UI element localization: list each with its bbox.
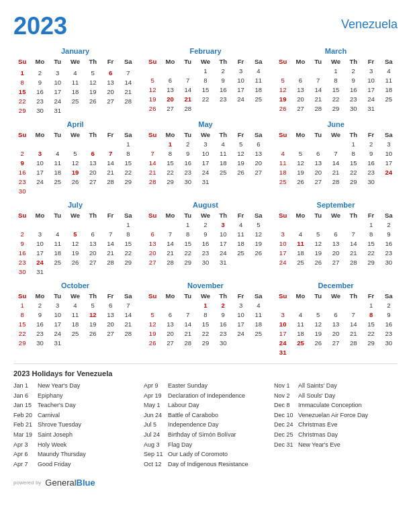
calendar-day: 11 — [66, 310, 84, 319]
calendar-day — [291, 66, 309, 75]
calendar-day: 18 — [49, 167, 66, 177]
calendar-day: 9 — [214, 310, 232, 319]
calendar-day: 17 — [31, 248, 48, 257]
calendar-day: 25 — [250, 328, 267, 338]
calendar-day — [120, 267, 137, 276]
powered-by-label: powered by — [13, 480, 41, 486]
calendar-day: 19 — [66, 167, 84, 177]
holiday-date: Nov 1 — [274, 382, 295, 390]
calendar-day: 9 — [31, 310, 48, 319]
calendar-day: 2 — [362, 139, 379, 148]
calendar-day — [214, 103, 232, 113]
holiday-name: Declaration of Independence — [168, 392, 245, 400]
calendar-day: 4 — [232, 220, 249, 229]
holiday-name: Labour Day — [168, 401, 199, 410]
calendar-day: 29 — [161, 177, 179, 186]
calendar-day: 20 — [84, 167, 101, 177]
calendar-day: 2 — [214, 300, 232, 310]
day-header-th: Th — [84, 130, 101, 139]
calendar-table: SuMoTuWeThFrSa12345678910111213141516171… — [144, 130, 267, 186]
holiday-date: Dec 25 — [274, 431, 295, 439]
calendar-day: 9 — [380, 229, 398, 238]
calendar-day: 8 — [197, 310, 214, 319]
calendar-day: 19 — [144, 328, 161, 338]
calendar-day: 28 — [310, 103, 327, 113]
calendar-day: 12 — [310, 319, 327, 328]
day-header-tu: Tu — [49, 211, 66, 220]
calendar-day: 8 — [362, 229, 379, 238]
calendar-day: 7 — [144, 148, 161, 158]
calendar-day: 27 — [161, 103, 179, 113]
day-header-mo: Mo — [291, 211, 309, 220]
calendar-day: 23 — [197, 248, 214, 257]
calendar-day — [345, 300, 362, 310]
calendar-day — [214, 177, 232, 186]
holiday-name: New Year's Day — [38, 382, 80, 390]
holiday-name: Shrove Tuesday — [38, 420, 81, 429]
calendar-day — [66, 139, 84, 148]
calendar-day: 22 — [345, 167, 362, 177]
calendar-day: 20 — [101, 87, 119, 96]
holiday-name: Teacher's Day — [38, 401, 76, 410]
calendar-day — [31, 139, 48, 148]
holidays-title: 2023 Holidays for Venezuela — [13, 369, 398, 378]
day-header-su: Su — [13, 57, 31, 66]
calendar-day: 13 — [161, 319, 179, 328]
day-header-we: We — [66, 292, 84, 300]
calendar-day: 28 — [179, 103, 197, 113]
day-header-fr: Fr — [101, 211, 119, 220]
calendar-day: 16 — [13, 248, 31, 257]
holiday-item: Jan 15Teacher's Day — [13, 401, 137, 410]
calendar-day — [327, 139, 345, 148]
holiday-item: Dec 25Christmas Day — [274, 431, 398, 439]
calendar-day: 29 — [327, 103, 345, 113]
calendar-day: 9 — [31, 77, 48, 87]
calendar-day: 21 — [161, 248, 179, 257]
holiday-date: Apr 3 — [13, 441, 35, 449]
holiday-name: All Souls' Day — [298, 392, 335, 400]
month-title: August — [144, 201, 267, 209]
day-header-th: Th — [345, 130, 362, 139]
brand-label: GeneralBlue — [45, 478, 95, 488]
month-block-september: SeptemberSuMoTuWeThFrSa12345678910111213… — [274, 201, 398, 276]
calendar-day — [197, 103, 214, 113]
day-header-fr: Fr — [101, 292, 119, 300]
month-block-january: JanuarySuMoTuWeThFrSa1234567891011121314… — [13, 47, 137, 115]
calendar-day: 13 — [84, 238, 101, 248]
calendar-table: SuMoTuWeThFrSa12345678910111213141516171… — [274, 292, 398, 357]
calendar-day: 4 — [250, 66, 267, 75]
calendar-table: SuMoTuWeThFrSa12345678910111213141516171… — [274, 211, 398, 267]
calendar-day: 4 — [49, 229, 66, 238]
calendar-day — [13, 220, 31, 229]
calendar-day: 12 — [66, 238, 84, 248]
calendar-day: 12 — [232, 148, 249, 158]
calendar-day — [84, 220, 101, 229]
holiday-item: Dec 31New Year's Eve — [274, 441, 398, 449]
holiday-name: Epiphany — [38, 392, 63, 400]
calendar-day: 12 — [274, 85, 291, 94]
calendar-table: SuMoTuWeThFrSa12345678910111213141516171… — [144, 211, 267, 267]
calendar-day: 27 — [161, 338, 179, 347]
month-title: October — [13, 281, 137, 290]
calendar-day: 15 — [327, 85, 345, 94]
month-title: April — [13, 120, 137, 128]
calendar-day — [101, 139, 119, 148]
day-header-tu: Tu — [179, 211, 197, 220]
calendar-day — [84, 186, 101, 195]
calendar-day: 15 — [179, 238, 197, 248]
day-header-th: Th — [214, 57, 232, 66]
calendar-day: 28 — [179, 338, 197, 347]
calendar-day: 14 — [327, 158, 345, 167]
holiday-date: Feb 20 — [13, 411, 35, 420]
calendar-day — [362, 347, 379, 357]
holiday-item: Apr 6Maundy Thursday — [13, 450, 137, 459]
calendar-day: 14 — [345, 319, 362, 328]
day-header-tu: Tu — [49, 292, 66, 300]
calendar-day — [49, 267, 66, 276]
month-block-june: JuneSuMoTuWeThFrSa1234567891011121314151… — [274, 120, 398, 195]
calendar-day: 25 — [66, 328, 84, 338]
calendar-day: 22 — [179, 248, 197, 257]
calendar-day: 6 — [84, 148, 101, 158]
holiday-item: Apr 7Good Friday — [13, 460, 137, 469]
day-header-mo: Mo — [161, 130, 179, 139]
